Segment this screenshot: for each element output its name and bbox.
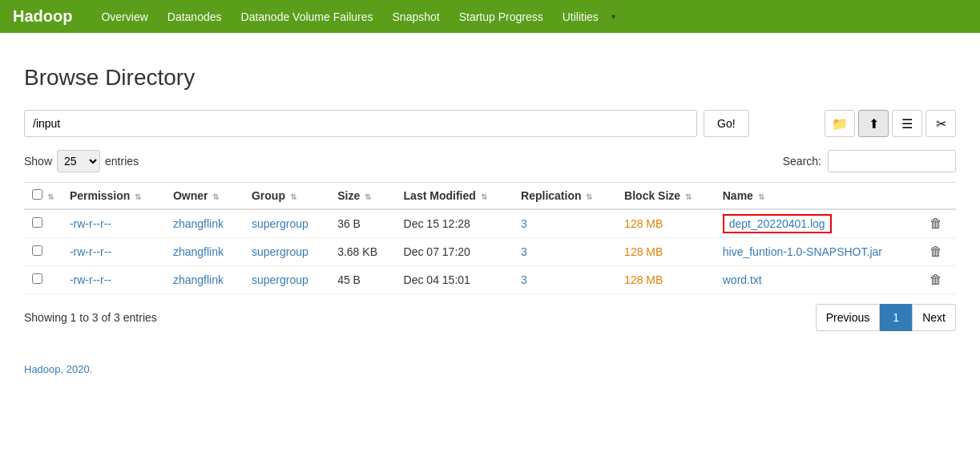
search-input[interactable] bbox=[828, 150, 956, 172]
row-checkbox-cell bbox=[24, 266, 62, 294]
nav-link-datanode-volume-failures[interactable]: Datanode Volume Failures bbox=[232, 0, 383, 33]
permission-link[interactable]: -rw-r--r-- bbox=[70, 245, 111, 258]
search-control: Search: bbox=[783, 150, 956, 172]
row-block-size: 128 MB bbox=[616, 266, 715, 294]
row-group: supergroup bbox=[244, 238, 329, 266]
permission-link[interactable]: -rw-r--r-- bbox=[70, 273, 111, 286]
upload-icon: ⬆ bbox=[869, 116, 879, 131]
row-last-modified: Dec 04 15:01 bbox=[396, 266, 513, 294]
row-checkbox[interactable] bbox=[32, 273, 42, 284]
row-block-size: 128 MB bbox=[616, 238, 715, 266]
table-row: -rw-r--r-- zhangflink supergroup 45 B De… bbox=[24, 266, 956, 294]
nav-link-utilities[interactable]: Utilities bbox=[553, 0, 608, 33]
row-name: hive_funtion-1.0-SNAPSHOT.jar bbox=[715, 238, 922, 266]
showing-text: Showing 1 to 3 of 3 entries bbox=[24, 311, 157, 324]
row-checkbox-cell bbox=[24, 209, 62, 238]
row-group: supergroup bbox=[244, 266, 329, 294]
main-content: Browse Directory Go! 📁 ⬆ ☰ ✂ Show 10 25 bbox=[0, 33, 980, 391]
row-owner: zhangflink bbox=[165, 238, 244, 266]
row-name: word.txt bbox=[715, 266, 922, 294]
navbar: Hadoop Overview Datanodes Datanode Volum… bbox=[0, 0, 980, 33]
row-checkbox[interactable] bbox=[32, 245, 42, 256]
row-permission: -rw-r--r-- bbox=[62, 266, 165, 294]
sort-size-icon: ⇅ bbox=[365, 192, 371, 201]
row-replication: 3 bbox=[513, 238, 616, 266]
col-header-name: Name ⇅ bbox=[715, 183, 922, 210]
row-name: dept_20220401.log bbox=[715, 209, 922, 238]
sort-name-icon: ⇅ bbox=[758, 192, 764, 201]
owner-link[interactable]: zhangflink bbox=[173, 273, 224, 286]
table-row: -rw-r--r-- zhangflink supergroup 3.68 KB… bbox=[24, 238, 956, 266]
list-icon-button[interactable]: ☰ bbox=[892, 110, 922, 137]
nav-link-snapshot[interactable]: Snapshot bbox=[383, 0, 450, 33]
row-delete-cell: 🗑 bbox=[922, 266, 956, 294]
delete-button[interactable]: 🗑 bbox=[930, 245, 942, 259]
nav-link-startup-progress[interactable]: Startup Progress bbox=[450, 0, 553, 33]
col-header-size: Size ⇅ bbox=[329, 183, 395, 210]
row-delete-cell: 🗑 bbox=[922, 209, 956, 238]
row-checkbox-cell bbox=[24, 238, 62, 266]
path-input[interactable] bbox=[24, 110, 697, 137]
group-link[interactable]: supergroup bbox=[252, 217, 309, 230]
footer: Hadoop, 2020. bbox=[24, 363, 956, 375]
replication-link[interactable]: 3 bbox=[521, 217, 527, 230]
select-all-checkbox[interactable] bbox=[32, 189, 42, 200]
row-group: supergroup bbox=[244, 209, 329, 238]
delete-button[interactable]: 🗑 bbox=[930, 216, 942, 231]
file-name-link[interactable]: word.txt bbox=[723, 273, 762, 286]
file-name-link[interactable]: dept_20220401.log bbox=[723, 214, 832, 233]
row-size: 36 B bbox=[329, 209, 395, 238]
row-size: 45 B bbox=[329, 266, 395, 294]
row-owner: zhangflink bbox=[165, 266, 244, 294]
previous-button[interactable]: Previous bbox=[816, 304, 880, 331]
sort-lastmod-icon: ⇅ bbox=[481, 192, 487, 201]
page-title: Browse Directory bbox=[24, 65, 956, 91]
entries-label: entries bbox=[105, 155, 139, 168]
icon-buttons-group: 📁 ⬆ ☰ ✂ bbox=[825, 110, 956, 137]
row-size: 3.68 KB bbox=[329, 238, 395, 266]
show-entries-control: Show 10 25 50 100 entries bbox=[24, 150, 139, 172]
row-owner: zhangflink bbox=[165, 209, 244, 238]
col-header-last-modified: Last Modified ⇅ bbox=[396, 183, 513, 210]
col-header-owner: Owner ⇅ bbox=[165, 183, 244, 210]
sort-group-icon: ⇅ bbox=[290, 192, 296, 201]
replication-link[interactable]: 3 bbox=[521, 245, 527, 258]
replication-link[interactable]: 3 bbox=[521, 273, 527, 286]
pagination-row: Showing 1 to 3 of 3 entries Previous 1 N… bbox=[24, 304, 956, 331]
group-link[interactable]: supergroup bbox=[252, 273, 309, 286]
row-permission: -rw-r--r-- bbox=[62, 209, 165, 238]
controls-row: Show 10 25 50 100 entries Search: bbox=[24, 150, 956, 172]
next-button[interactable]: Next bbox=[912, 304, 956, 331]
nav-link-overview[interactable]: Overview bbox=[91, 0, 157, 33]
nav-link-datanodes[interactable]: Datanodes bbox=[158, 0, 232, 33]
list-icon: ☰ bbox=[901, 116, 913, 131]
sort-icon-header: ⇅ bbox=[47, 192, 54, 201]
col-header-actions bbox=[922, 183, 956, 210]
pagination-buttons: Previous 1 Next bbox=[816, 304, 956, 331]
permission-link[interactable]: -rw-r--r-- bbox=[70, 217, 111, 230]
go-button[interactable]: Go! bbox=[704, 110, 749, 137]
row-delete-cell: 🗑 bbox=[922, 238, 956, 266]
footer-text: Hadoop, 2020. bbox=[24, 363, 92, 375]
sort-replication-icon: ⇅ bbox=[586, 192, 592, 201]
row-checkbox[interactable] bbox=[32, 217, 42, 228]
col-header-group: Group ⇅ bbox=[244, 183, 329, 210]
col-header-replication: Replication ⇅ bbox=[513, 183, 616, 210]
col-header-permission: Permission ⇅ bbox=[62, 183, 165, 210]
folder-icon-button[interactable]: 📁 bbox=[825, 110, 855, 137]
sort-permission-icon: ⇅ bbox=[135, 192, 141, 201]
table-row: -rw-r--r-- zhangflink supergroup 36 B De… bbox=[24, 209, 956, 238]
delete-button[interactable]: 🗑 bbox=[930, 273, 942, 287]
upload-icon-button[interactable]: ⬆ bbox=[858, 110, 889, 137]
owner-link[interactable]: zhangflink bbox=[173, 217, 224, 230]
path-row: Go! 📁 ⬆ ☰ ✂ bbox=[24, 110, 956, 137]
group-link[interactable]: supergroup bbox=[252, 245, 309, 258]
select-all-header: ⇅ bbox=[24, 183, 62, 210]
tool-icon-button[interactable]: ✂ bbox=[926, 110, 956, 137]
tool-icon: ✂ bbox=[936, 116, 946, 131]
owner-link[interactable]: zhangflink bbox=[173, 245, 224, 258]
page-1-button[interactable]: 1 bbox=[880, 304, 912, 331]
nav-link-utilities-wrap[interactable]: Utilities ▾ bbox=[553, 0, 615, 33]
file-name-link[interactable]: hive_funtion-1.0-SNAPSHOT.jar bbox=[723, 245, 882, 258]
entries-select[interactable]: 10 25 50 100 bbox=[57, 150, 100, 172]
